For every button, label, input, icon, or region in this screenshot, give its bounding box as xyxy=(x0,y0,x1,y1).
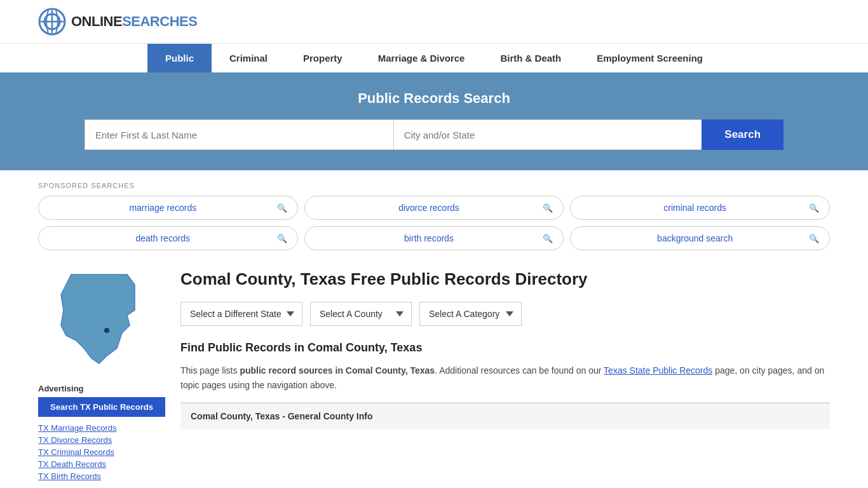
logo-icon xyxy=(38,8,66,36)
sidebar-link-criminal[interactable]: TX Criminal Records xyxy=(38,447,165,457)
logo-link[interactable]: ONLINESEARCHES xyxy=(38,8,197,36)
find-records-title: Find Public Records in Comal County, Tex… xyxy=(180,341,830,355)
sponsored-birth-text: birth records xyxy=(315,233,543,243)
nav-item-birth[interactable]: Birth & Death xyxy=(482,44,579,72)
sponsored-divorce[interactable]: divorce records 🔍 xyxy=(304,196,564,220)
advertising-label: Advertising xyxy=(38,384,165,393)
search-icon-5: 🔍 xyxy=(543,234,553,243)
svg-point-2 xyxy=(104,328,109,333)
sponsored-death-text: death records xyxy=(49,233,277,243)
nav-item-criminal[interactable]: Criminal xyxy=(212,44,285,72)
search-icon-2: 🔍 xyxy=(543,203,553,213)
description-text: This page lists public record sources in… xyxy=(180,363,830,392)
sidebar-links: TX Marriage Records TX Divorce Records T… xyxy=(38,423,165,481)
county-info-bar: Comal County, Texas - General County Inf… xyxy=(180,402,830,429)
search-icon-1: 🔍 xyxy=(277,203,287,213)
search-button[interactable]: Search xyxy=(702,119,783,150)
search-icon-4: 🔍 xyxy=(277,234,287,243)
logo-text-online: ONLINE xyxy=(71,13,122,29)
category-dropdown[interactable]: Select A Category xyxy=(419,302,522,326)
search-icon-6: 🔍 xyxy=(809,234,819,243)
main-wrapper: SPONSORED SEARCHES marriage records 🔍 di… xyxy=(0,170,868,488)
sponsored-row-1: marriage records 🔍 divorce records 🔍 cri… xyxy=(38,196,830,220)
right-content: Comal County, Texas Free Public Records … xyxy=(180,269,830,484)
nav-item-property[interactable]: Property xyxy=(285,44,360,72)
sponsored-label: SPONSORED SEARCHES xyxy=(38,182,830,189)
texas-map-icon xyxy=(51,269,153,371)
content-body: Advertising Search TX Public Records TX … xyxy=(38,257,830,488)
name-input[interactable] xyxy=(85,119,393,150)
sidebar-link-birth[interactable]: TX Birth Records xyxy=(38,471,165,481)
texas-state-link[interactable]: Texas State Public Records xyxy=(604,365,712,376)
ad-search-button[interactable]: Search TX Public Records xyxy=(38,397,165,417)
sponsored-death[interactable]: death records 🔍 xyxy=(38,226,298,250)
sponsored-birth[interactable]: birth records 🔍 xyxy=(304,226,564,250)
state-dropdown[interactable]: Select a Different State xyxy=(180,302,302,326)
sponsored-row-2: death records 🔍 birth records 🔍 backgrou… xyxy=(38,226,830,250)
sidebar-link-marriage[interactable]: TX Marriage Records xyxy=(38,423,165,433)
main-nav: Public Criminal Property Marriage & Divo… xyxy=(0,43,868,72)
sponsored-marriage-text: marriage records xyxy=(49,203,277,213)
city-input[interactable] xyxy=(393,119,702,150)
nav-item-public[interactable]: Public xyxy=(147,44,212,72)
banner-title: Public Records Search xyxy=(38,90,830,107)
sidebar-link-death[interactable]: TX Death Records xyxy=(38,459,165,469)
sponsored-background[interactable]: background search 🔍 xyxy=(570,226,830,250)
sponsored-criminal[interactable]: criminal records 🔍 xyxy=(570,196,830,220)
sidebar-link-divorce[interactable]: TX Divorce Records xyxy=(38,435,165,445)
left-sidebar: Advertising Search TX Public Records TX … xyxy=(38,269,165,484)
sponsored-criminal-text: criminal records xyxy=(581,203,809,213)
page-title: Comal County, Texas Free Public Records … xyxy=(180,269,830,289)
desc-part2: . Additional resources can be found on o… xyxy=(435,365,604,376)
sponsored-divorce-text: divorce records xyxy=(315,203,543,213)
search-form: Search xyxy=(85,119,783,150)
dropdowns-row: Select a Different State Select A County… xyxy=(180,302,830,326)
county-dropdown[interactable]: Select A County xyxy=(310,302,412,326)
sponsored-marriage[interactable]: marriage records 🔍 xyxy=(38,196,298,220)
search-icon-3: 🔍 xyxy=(809,203,819,213)
header: ONLINESEARCHES xyxy=(0,0,868,43)
sponsored-section: SPONSORED SEARCHES marriage records 🔍 di… xyxy=(38,170,830,257)
nav-item-employment[interactable]: Employment Screening xyxy=(579,44,721,72)
search-banner: Public Records Search Search xyxy=(0,72,868,170)
sponsored-background-text: background search xyxy=(581,233,809,243)
desc-part1: This page lists xyxy=(180,365,240,376)
nav-item-marriage[interactable]: Marriage & Divorce xyxy=(360,44,483,72)
desc-bold: public record sources in Comal County, T… xyxy=(240,365,435,376)
logo-text-searches: SEARCHES xyxy=(122,13,197,29)
